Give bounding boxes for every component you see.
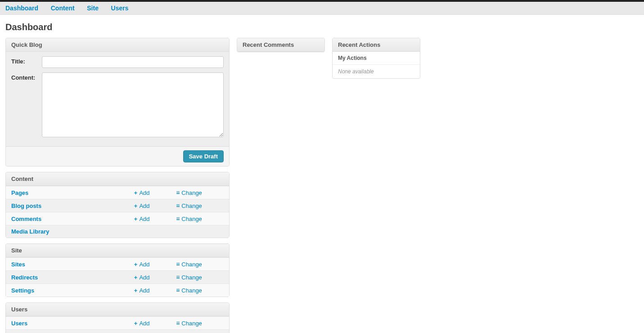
table-row: Pages Add Change	[6, 186, 229, 199]
add-comments[interactable]: Add	[134, 216, 150, 222]
list-icon	[176, 261, 181, 268]
recent-comments-panel: Recent Comments	[237, 38, 325, 52]
link-redirects[interactable]: Redirects	[11, 274, 38, 281]
recent-actions-header: Recent Actions	[333, 38, 420, 52]
add-users[interactable]: Add	[134, 320, 150, 327]
site-section-header: Site	[6, 244, 229, 257]
title-input[interactable]	[42, 56, 224, 68]
change-settings[interactable]: Change	[176, 287, 202, 294]
link-media-library[interactable]: Media Library	[11, 228, 50, 235]
table-row: Media Library	[6, 225, 229, 238]
table-row: Comments Add Change	[6, 212, 229, 225]
main-nav: Dashboard Content Site Users	[0, 2, 644, 15]
list-icon	[176, 320, 181, 327]
list-icon	[176, 202, 181, 209]
table-row: Redirects Add Change	[6, 271, 229, 284]
none-available-text: None available	[333, 65, 420, 78]
content-label: Content:	[11, 72, 42, 137]
table-row: Sites Add Change	[6, 258, 229, 271]
table-row: Groups Add Change	[6, 330, 229, 333]
link-sites[interactable]: Sites	[11, 261, 25, 268]
add-pages[interactable]: Add	[134, 189, 150, 196]
recent-comments-header: Recent Comments	[237, 38, 324, 52]
nav-dashboard[interactable]: Dashboard	[5, 4, 38, 12]
site-section-panel: Site Sites Add Change Redirects Add Chan…	[5, 243, 230, 297]
link-blog-posts[interactable]: Blog posts	[11, 202, 41, 209]
plus-icon	[134, 216, 140, 222]
quick-blog-header: Quick Blog	[6, 38, 229, 52]
table-row: Users Add Change	[6, 317, 229, 330]
add-redirects[interactable]: Add	[134, 274, 150, 281]
users-section-header: Users	[6, 303, 229, 316]
link-pages[interactable]: Pages	[11, 189, 28, 196]
change-blog-posts[interactable]: Change	[176, 202, 202, 209]
add-settings[interactable]: Add	[134, 287, 150, 294]
content-textarea[interactable]	[42, 72, 224, 137]
quick-blog-panel: Quick Blog Title: Content: Save Draft	[5, 38, 230, 166]
table-row: Settings Add Change	[6, 284, 229, 297]
page-title: Dashboard	[5, 22, 644, 32]
list-icon	[176, 189, 181, 196]
users-section-panel: Users Users Add Change Groups Add Change	[5, 302, 230, 333]
save-draft-button[interactable]: Save Draft	[183, 150, 224, 162]
add-sites[interactable]: Add	[134, 261, 150, 268]
plus-icon	[134, 274, 140, 281]
plus-icon	[134, 189, 140, 196]
table-row: Blog posts Add Change	[6, 199, 229, 212]
add-blog-posts[interactable]: Add	[134, 202, 150, 209]
change-comments[interactable]: Change	[176, 216, 202, 222]
recent-actions-panel: Recent Actions My Actions None available	[332, 38, 420, 79]
link-settings[interactable]: Settings	[11, 287, 34, 294]
content-section-panel: Content Pages Add Change Blog posts Add …	[5, 172, 230, 238]
list-icon	[176, 216, 181, 222]
plus-icon	[134, 261, 140, 268]
change-redirects[interactable]: Change	[176, 274, 202, 281]
plus-icon	[134, 202, 140, 209]
list-icon	[176, 287, 181, 294]
plus-icon	[134, 320, 140, 327]
nav-users[interactable]: Users	[111, 4, 129, 12]
content-section-header: Content	[6, 172, 229, 186]
link-comments[interactable]: Comments	[11, 216, 41, 222]
my-actions-subheader: My Actions	[333, 52, 420, 65]
link-users[interactable]: Users	[11, 320, 27, 327]
plus-icon	[134, 287, 140, 294]
list-icon	[176, 274, 181, 281]
change-pages[interactable]: Change	[176, 189, 202, 196]
change-users[interactable]: Change	[176, 320, 202, 327]
nav-site[interactable]: Site	[87, 4, 99, 12]
nav-content[interactable]: Content	[51, 4, 75, 12]
change-sites[interactable]: Change	[176, 261, 202, 268]
title-label: Title:	[11, 56, 42, 68]
